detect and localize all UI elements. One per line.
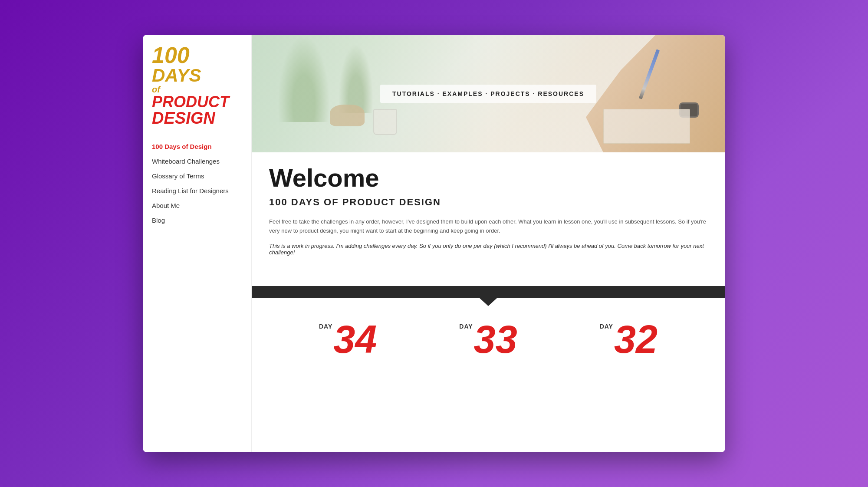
- day-33-number: 33: [474, 320, 517, 359]
- sidebar-item-reading-list[interactable]: Reading List for Designers: [143, 184, 251, 198]
- sidebar-link-reading-list[interactable]: Reading List for Designers: [152, 187, 229, 194]
- timeline-section: DAY 34 DAY 33 DAY 32: [252, 286, 725, 376]
- browser-window: 100 DAYS of PRODUCT DESIGN 100 Days of D…: [143, 35, 725, 452]
- day-32-number: 32: [614, 320, 658, 359]
- site-logo[interactable]: 100 DAYS of PRODUCT DESIGN: [143, 35, 251, 131]
- logo-product: PRODUCT: [152, 94, 243, 110]
- sidebar: 100 DAYS of PRODUCT DESIGN 100 Days of D…: [143, 35, 252, 452]
- sidebar-item-about-me[interactable]: About Me: [143, 198, 251, 213]
- timeline-arrow: [479, 297, 498, 306]
- content-area: Welcome 100 DAYS OF PRODUCT DESIGN Feel …: [252, 152, 725, 269]
- sidebar-navigation: 100 Days of Design Whiteboard Challenges…: [143, 131, 251, 228]
- day-34-number: 34: [333, 320, 377, 359]
- page-layout: 100 DAYS of PRODUCT DESIGN 100 Days of D…: [143, 35, 725, 452]
- day-34-label: DAY 34: [319, 320, 377, 359]
- sidebar-item-glossary[interactable]: Glossary of Terms: [143, 169, 251, 184]
- day-cards-container: DAY 34 DAY 33 DAY 32: [252, 298, 725, 376]
- sidebar-link-blog[interactable]: Blog: [152, 217, 165, 224]
- sidebar-item-blog[interactable]: Blog: [143, 213, 251, 228]
- hero-nav-text: TUTORIALS · EXAMPLES · PROJECTS · RESOUR…: [392, 90, 584, 97]
- main-content: TUTORIALS · EXAMPLES · PROJECTS · RESOUR…: [252, 35, 725, 452]
- day-33-word: DAY: [459, 323, 473, 329]
- sidebar-link-whiteboard[interactable]: Whiteboard Challenges: [152, 158, 220, 165]
- hero-navigation-bar: TUTORIALS · EXAMPLES · PROJECTS · RESOUR…: [380, 85, 596, 103]
- wip-text: This is a work in progress. I'm adding c…: [269, 243, 707, 256]
- day-card-32[interactable]: DAY 32: [600, 320, 658, 359]
- sidebar-link-glossary[interactable]: Glossary of Terms: [152, 172, 204, 180]
- day-card-34[interactable]: DAY 34: [319, 320, 377, 359]
- sidebar-link-100-days[interactable]: 100 Days of Design: [152, 143, 212, 150]
- sidebar-item-whiteboard[interactable]: Whiteboard Challenges: [143, 154, 251, 169]
- day-32-label: DAY 32: [600, 320, 658, 359]
- day-34-word: DAY: [319, 323, 332, 329]
- logo-100: 100: [152, 44, 243, 66]
- logo-design: DESIGN: [152, 110, 243, 126]
- sidebar-link-about-me[interactable]: About Me: [152, 202, 180, 209]
- page-subtitle: 100 DAYS OF PRODUCT DESIGN: [269, 197, 707, 208]
- welcome-heading: Welcome: [269, 165, 707, 191]
- logo-days: DAYS: [152, 66, 243, 85]
- description-text: Feel free to take the challenges in any …: [269, 217, 707, 236]
- timeline-bar: [252, 286, 725, 298]
- day-33-label: DAY 33: [459, 320, 517, 359]
- hero-image: TUTORIALS · EXAMPLES · PROJECTS · RESOUR…: [252, 35, 725, 152]
- day-32-word: DAY: [600, 323, 613, 329]
- day-card-33[interactable]: DAY 33: [459, 320, 517, 359]
- sidebar-item-100-days[interactable]: 100 Days of Design: [143, 139, 251, 154]
